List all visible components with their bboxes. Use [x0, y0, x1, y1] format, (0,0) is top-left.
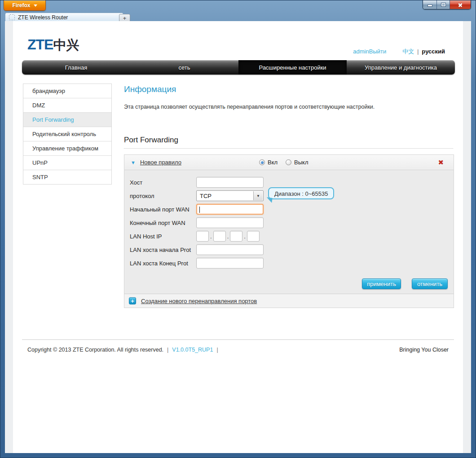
title-bar: Firefox ZTE Wireless Router + — [0, 0, 476, 21]
apply-button[interactable]: применить — [362, 278, 401, 289]
lan-ip-label: LAN Host IP — [130, 233, 196, 240]
favicon-placeholder-icon — [9, 14, 15, 20]
window-controls — [423, 0, 471, 9]
rule-title-link[interactable]: Новое правило — [140, 159, 181, 166]
tab-title: ZTE Wireless Router — [18, 14, 68, 21]
collapse-icon[interactable]: ▼ — [131, 160, 136, 165]
language-chinese-link[interactable]: 中文 — [402, 48, 414, 56]
sidebar-item-firewall[interactable]: брандмауэр — [23, 84, 111, 98]
lan-ip-inputs: . . . — [196, 231, 260, 242]
text-caret — [199, 207, 200, 213]
footer-left: Copyright © 2013 ZTE Corporation. All ri… — [27, 347, 218, 353]
browser-viewport: ZTE中兴 adminВыйти 中文 | русский Главная се… — [5, 21, 471, 453]
minimize-button[interactable] — [423, 0, 437, 9]
firefox-menu-label: Firefox — [12, 2, 30, 9]
main-nav: Главная сеть Расширенные настройки Управ… — [22, 60, 455, 75]
sidebar-item-upnp[interactable]: UPnP — [23, 156, 111, 170]
copyright-text: Copyright © 2013 ZTE Corporation. All ri… — [27, 347, 163, 353]
range-tooltip-text: Диапазон : 0~65535 — [274, 190, 328, 197]
radio-on-icon[interactable] — [259, 159, 265, 165]
section-divider — [124, 148, 453, 149]
plus-icon: + — [123, 15, 127, 21]
chevron-down-icon — [34, 4, 37, 7]
form-row-wan-end: Конечный порт WAN — [124, 216, 454, 229]
ip-octet-1-input[interactable] — [196, 231, 209, 242]
form-row-lan-end: LAN хоста Конец Prot — [124, 256, 454, 270]
ip-octet-3-input[interactable] — [230, 231, 242, 242]
dropdown-arrow-icon[interactable]: ▼ — [253, 191, 263, 200]
rule-panel: ▼ Новое правило Вкл Выкл — [124, 154, 454, 308]
rule-panel-header: ▼ Новое правило Вкл Выкл — [124, 155, 454, 170]
ip-dot: . — [227, 233, 229, 240]
logo-text: ZTE — [27, 36, 53, 53]
maximize-button[interactable] — [437, 0, 450, 9]
close-button[interactable] — [450, 0, 471, 9]
close-icon — [458, 2, 463, 8]
wan-start-input[interactable] — [196, 204, 264, 215]
enable-radio-group: Вкл Выкл — [259, 159, 309, 166]
ip-octet-2-input[interactable] — [213, 231, 226, 242]
protocol-selected-value: TCP — [200, 193, 212, 199]
firmware-version-link[interactable]: V1.0.0T5_RUP1 — [172, 347, 213, 353]
form-row-lan-start: LAN хоста начала Prot — [124, 243, 454, 256]
wan-start-label: Начальный порт WAN — [130, 206, 196, 213]
sidebar-item-parental-control[interactable]: Родительский контроль — [23, 127, 111, 141]
page-description: Эта страница позволяет осуществлять пере… — [124, 104, 375, 110]
radio-on-label: Вкл — [268, 159, 278, 166]
lan-end-label: LAN хоста Конец Prot — [130, 260, 196, 267]
zte-logo: ZTE中兴 — [27, 36, 79, 54]
sidebar-item-traffic-management[interactable]: Управление траффиком — [23, 141, 111, 156]
nav-tab-advanced[interactable]: Расширенные настройки — [238, 60, 347, 75]
wan-end-label: Конечный порт WAN — [130, 220, 196, 226]
maximize-icon — [441, 3, 446, 7]
protocol-select[interactable]: TCP ▼ — [196, 190, 264, 201]
main-content: Информация Эта страница позволяет осущес… — [124, 84, 454, 362]
ip-dot: . — [244, 233, 246, 240]
footer-divider: | — [216, 347, 218, 353]
sidebar: брандмауэр DMZ Port Forwarding Родительс… — [23, 84, 112, 185]
nav-tab-home[interactable]: Главная — [22, 60, 130, 75]
logout-link[interactable]: adminВыйти — [353, 48, 386, 55]
rule-form: Хост протокол TCP ▼ Начальный порт WAN — [124, 170, 454, 270]
wan-end-input[interactable] — [196, 217, 264, 228]
header-links: adminВыйти 中文 | русский — [353, 48, 445, 56]
add-rule-link[interactable]: Создание нового перенаправления портов — [141, 298, 257, 304]
form-row-wan-start: Начальный порт WAN — [124, 203, 454, 216]
browser-tab[interactable]: ZTE Wireless Router — [5, 13, 123, 22]
logo-cjk-text: 中兴 — [53, 38, 79, 52]
footer-slogan: Bringing You Closer — [399, 347, 449, 353]
sidebar-item-sntp[interactable]: SNTP — [23, 170, 111, 184]
lan-start-label: LAN хоста начала Prot — [130, 247, 196, 253]
router-page: ZTE中兴 adminВыйти 中文 | русский Главная се… — [13, 21, 463, 453]
language-russian-label: русский — [422, 48, 445, 55]
nav-tab-management[interactable]: Управление и диагностика — [347, 60, 455, 75]
sidebar-item-dmz[interactable]: DMZ — [23, 98, 111, 113]
add-rule-icon[interactable]: + — [129, 297, 136, 304]
radio-off-icon[interactable] — [286, 159, 291, 165]
form-buttons: применить отменить — [362, 278, 448, 289]
firefox-menu-button[interactable]: Firefox — [4, 0, 46, 11]
nav-tab-network[interactable]: сеть — [130, 60, 238, 75]
cancel-button[interactable]: отменить — [412, 278, 448, 289]
sidebar-item-port-forwarding[interactable]: Port Forwarding — [23, 113, 111, 127]
lan-start-input[interactable] — [196, 244, 264, 255]
page-title: Информация — [124, 84, 176, 94]
ip-dot: . — [210, 233, 212, 240]
host-label: Хост — [130, 179, 196, 186]
radio-option-on[interactable]: Вкл — [259, 159, 278, 166]
page-footer: Copyright © 2013 ZTE Corporation. All ri… — [22, 339, 454, 353]
language-divider: | — [417, 48, 419, 55]
browser-window: Firefox ZTE Wireless Router + ZTE中兴 admi… — [0, 0, 476, 458]
protocol-label: протокол — [130, 193, 196, 199]
section-title: Port Forwarding — [124, 136, 178, 145]
lan-end-input[interactable] — [196, 258, 264, 269]
range-tooltip: Диапазон : 0~65535 — [268, 187, 334, 199]
host-input[interactable] — [196, 177, 264, 188]
panel-footer: + Создание нового перенаправления портов — [124, 294, 454, 308]
footer-divider: | — [167, 347, 168, 353]
delete-rule-icon[interactable]: ✖ — [438, 159, 444, 167]
radio-off-label: Выкл — [294, 159, 308, 166]
radio-option-off[interactable]: Выкл — [286, 159, 308, 166]
ip-octet-4-input[interactable] — [247, 231, 260, 242]
minimize-icon — [428, 4, 432, 7]
